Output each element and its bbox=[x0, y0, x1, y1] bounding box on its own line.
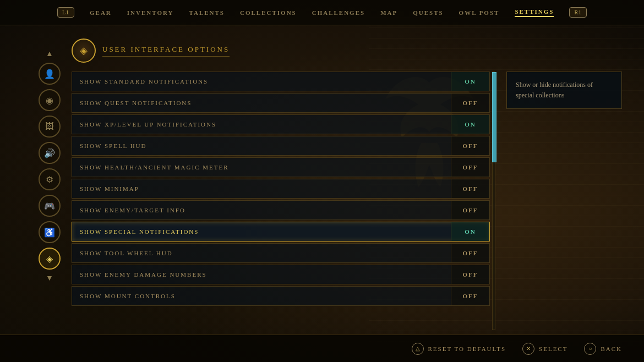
info-text: Show or hide notifications of special co… bbox=[516, 80, 613, 101]
main-panel: ◈ USER INTERFACE OPTIONS SHOW STANDARD N… bbox=[72, 32, 490, 332]
setting-value: OFF bbox=[451, 94, 489, 112]
nav-item-quests[interactable]: QUESTS bbox=[413, 9, 443, 16]
image-icon: 🖼 bbox=[45, 122, 54, 131]
reset-btn-icon: △ bbox=[412, 343, 424, 355]
gear-icon: ⚙ bbox=[46, 174, 53, 185]
sidebar-scroll-down[interactable]: ▼ bbox=[46, 274, 53, 283]
setting-value: OFF bbox=[451, 244, 489, 262]
ui-icon: ◈ bbox=[46, 254, 53, 264]
setting-value: OFF bbox=[451, 287, 489, 305]
nav-item-settings[interactable]: SETTINGS bbox=[515, 8, 554, 17]
back-action[interactable]: ○ BACK bbox=[584, 343, 622, 355]
setting-label: SHOW SPECIAL NOTIFICATIONS bbox=[72, 228, 451, 235]
setting-value: OFF bbox=[451, 201, 489, 220]
setting-health-meter[interactable]: SHOW HEALTH/ANCIENT MAGIC METER OFF bbox=[72, 157, 490, 177]
section-title: USER INTERFACE OPTIONS bbox=[102, 45, 230, 57]
select-btn-icon: ✕ bbox=[522, 343, 534, 355]
nav-item-gear[interactable]: GEAR bbox=[90, 9, 112, 16]
sidebar-item-gear[interactable]: ⚙ bbox=[39, 168, 61, 190]
sidebar-scroll-up[interactable]: ▲ bbox=[46, 50, 53, 58]
setting-special-notifications[interactable]: SHOW SPECIAL NOTIFICATIONS ON bbox=[72, 222, 490, 242]
bottom-bar: △ RESET TO DEFAULTS ✕ SELECT ○ BACK bbox=[0, 334, 644, 362]
top-navigation: L1 GEAR INVENTORY TALENTS COLLECTIONS CH… bbox=[0, 0, 644, 25]
setting-value: ON bbox=[451, 222, 489, 241]
setting-value: OFF bbox=[451, 179, 489, 198]
back-btn-icon: ○ bbox=[584, 343, 596, 355]
select-label: SELECT bbox=[539, 345, 567, 352]
select-action[interactable]: ✕ SELECT bbox=[522, 343, 567, 355]
accessibility-icon: ♿ bbox=[44, 227, 55, 238]
controller-icon: 🎮 bbox=[44, 201, 55, 211]
sidebar-item-controller[interactable]: 🎮 bbox=[39, 195, 61, 217]
setting-tool-wheel-hud[interactable]: SHOW TOOL WHEEL HUD OFF bbox=[72, 243, 490, 263]
nav-item-challenges[interactable]: CHALLENGES bbox=[312, 9, 365, 16]
disc-icon: ◉ bbox=[46, 95, 53, 106]
back-label: BACK bbox=[601, 345, 622, 352]
section-icon-glyph: ◈ bbox=[80, 45, 88, 57]
settings-list: SHOW STANDARD NOTIFICATIONS ON SHOW QUES… bbox=[72, 72, 490, 306]
section-icon: ◈ bbox=[72, 39, 96, 63]
setting-label: SHOW MOUNT CONTROLS bbox=[72, 293, 451, 299]
sidebar-item-sound[interactable]: 🔊 bbox=[39, 142, 61, 164]
setting-enemy-target-info[interactable]: SHOW ENEMY/TARGET INFO OFF bbox=[72, 200, 490, 220]
info-panel: Show or hide notifications of special co… bbox=[506, 72, 622, 109]
setting-label: SHOW ENEMY/TARGET INFO bbox=[72, 207, 451, 213]
sidebar-item-ui[interactable]: ◈ bbox=[39, 248, 61, 270]
setting-mount-controls[interactable]: SHOW MOUNT CONTROLS OFF bbox=[72, 286, 490, 306]
nav-item-owl-post[interactable]: OWL POST bbox=[459, 9, 500, 16]
setting-label: SHOW TOOL WHEEL HUD bbox=[72, 250, 451, 256]
setting-minimap[interactable]: SHOW MINIMAP OFF bbox=[72, 179, 490, 199]
nav-item-talents[interactable]: TALENTS bbox=[189, 9, 225, 16]
nav-item-map[interactable]: MAP bbox=[380, 9, 397, 16]
setting-quest-notifications[interactable]: SHOW QUEST NOTIFICATIONS OFF bbox=[72, 93, 490, 113]
scrollbar[interactable] bbox=[492, 72, 495, 330]
nav-item-inventory[interactable]: INVENTORY bbox=[127, 9, 174, 16]
setting-value: ON bbox=[451, 72, 489, 91]
scrollbar-thumb[interactable] bbox=[492, 72, 496, 162]
setting-label: SHOW SPELL HUD bbox=[72, 142, 451, 149]
sound-icon: 🔊 bbox=[44, 148, 55, 158]
reset-defaults-action[interactable]: △ RESET TO DEFAULTS bbox=[412, 343, 506, 355]
sidebar-item-user[interactable]: 👤 bbox=[39, 63, 61, 85]
setting-label: SHOW XP/LEVEL UP NOTIFICATIONS bbox=[72, 121, 451, 128]
user-icon: 👤 bbox=[44, 69, 55, 79]
section-header: ◈ USER INTERFACE OPTIONS bbox=[72, 39, 490, 63]
reset-defaults-label: RESET TO DEFAULTS bbox=[428, 345, 506, 352]
setting-label: SHOW MINIMAP bbox=[72, 185, 451, 192]
setting-standard-notifications[interactable]: SHOW STANDARD NOTIFICATIONS ON bbox=[72, 72, 490, 91]
setting-xp-notifications[interactable]: SHOW XP/LEVEL UP NOTIFICATIONS ON bbox=[72, 114, 490, 134]
setting-value: ON bbox=[451, 115, 489, 134]
setting-enemy-damage-numbers[interactable]: SHOW ENEMY DAMAGE NUMBERS OFF bbox=[72, 265, 490, 284]
sidebar-item-image[interactable]: 🖼 bbox=[39, 116, 61, 138]
setting-value: OFF bbox=[451, 265, 489, 284]
setting-label: SHOW ENEMY DAMAGE NUMBERS bbox=[72, 271, 451, 278]
nav-btn-l1[interactable]: L1 bbox=[57, 7, 74, 18]
sidebar: ▲ 👤 ◉ 🖼 🔊 ⚙ 🎮 ♿ ◈ ▼ bbox=[33, 33, 66, 329]
nav-item-collections[interactable]: COLLECTIONS bbox=[240, 9, 297, 16]
setting-label: SHOW STANDARD NOTIFICATIONS bbox=[72, 78, 451, 85]
setting-spell-hud[interactable]: SHOW SPELL HUD OFF bbox=[72, 136, 490, 156]
setting-value: OFF bbox=[451, 158, 489, 177]
setting-label: SHOW HEALTH/ANCIENT MAGIC METER bbox=[72, 164, 451, 171]
setting-label: SHOW QUEST NOTIFICATIONS bbox=[72, 100, 451, 106]
setting-value: OFF bbox=[451, 136, 489, 155]
sidebar-item-disc[interactable]: ◉ bbox=[39, 89, 61, 111]
sidebar-item-accessibility[interactable]: ♿ bbox=[39, 221, 61, 243]
nav-btn-r1[interactable]: R1 bbox=[569, 7, 587, 18]
